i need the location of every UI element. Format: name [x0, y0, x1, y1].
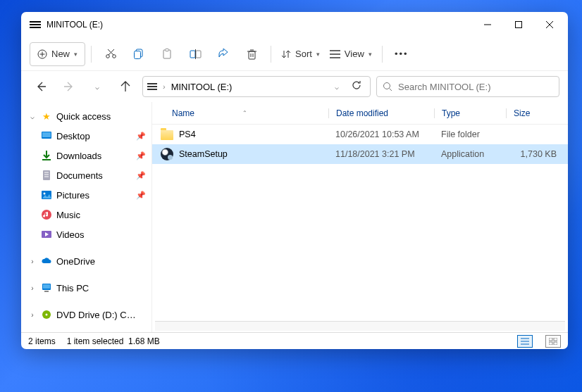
new-label: New	[51, 49, 70, 59]
svg-line-27	[390, 89, 392, 91]
close-button[interactable]	[534, 14, 565, 35]
column-name[interactable]: Name ⌃	[152, 108, 328, 118]
share-button[interactable]	[210, 42, 237, 66]
sidebar-item-desktop[interactable]: Desktop 📌	[21, 126, 151, 146]
refresh-button[interactable]	[347, 80, 366, 93]
sidebar-item-documents[interactable]: Documents 📌	[21, 165, 151, 185]
column-headers: Name ⌃ Date modified Type Size	[152, 102, 568, 125]
file-list: Name ⌃ Date modified Type Size PS4 10/26…	[152, 102, 568, 332]
view-icon	[330, 50, 340, 58]
view-button[interactable]: View ▾	[326, 42, 376, 66]
svg-rect-41	[44, 291, 49, 292]
chevron-down-icon: ▾	[316, 51, 320, 58]
copy-icon	[133, 49, 144, 60]
paste-button[interactable]	[154, 42, 180, 66]
chevron-right-icon: ›	[28, 311, 37, 319]
scissors-icon	[105, 48, 117, 60]
documents-icon	[41, 170, 52, 181]
copy-button[interactable]	[125, 42, 152, 66]
status-bar: 2 items 1 item selected 1.68 MB	[21, 332, 568, 349]
address-path: MINITOOL (E:)	[171, 82, 326, 92]
chevron-down-icon: ▾	[369, 51, 372, 58]
svg-rect-49	[549, 342, 552, 345]
file-row-folder[interactable]: PS4 10/26/2021 10:53 AM File folder	[152, 125, 568, 144]
chevron-down-icon[interactable]: ⌵	[332, 83, 342, 91]
more-button[interactable]: •••	[388, 42, 415, 66]
file-row-application[interactable]: SteamSetup 11/18/2021 3:21 PM Applicatio…	[152, 144, 568, 164]
column-type[interactable]: Type	[434, 108, 506, 118]
explorer-window: MINITOOL (E:) New ▾	[21, 12, 568, 349]
pictures-icon	[41, 189, 52, 201]
sidebar: ⌵ ★ Quick access Desktop 📌 Downloads 📌 D…	[21, 102, 152, 332]
search-input[interactable]	[398, 82, 553, 92]
toolbar: New ▾ Sort ▾ View ▾	[21, 37, 568, 71]
sidebar-item-music[interactable]: Music	[21, 205, 151, 225]
up-button[interactable]	[114, 75, 137, 98]
search-icon	[383, 82, 392, 91]
svg-rect-50	[554, 342, 557, 345]
folder-icon	[161, 130, 173, 140]
svg-line-10	[108, 49, 113, 55]
steam-icon	[161, 148, 173, 160]
svg-rect-12	[135, 51, 141, 58]
sort-indicator-icon: ⌃	[242, 110, 247, 116]
address-bar[interactable]: › MINITOOL (E:) ⌵	[142, 76, 371, 97]
svg-rect-15	[190, 51, 195, 58]
status-selection: 1 item selected 1.68 MB	[67, 336, 160, 346]
sidebar-item-quick-access[interactable]: ⌵ ★ Quick access	[21, 106, 151, 126]
rename-icon	[190, 49, 202, 60]
chevron-down-icon: ⌵	[28, 113, 37, 120]
content-area: ⌵ ★ Quick access Desktop 📌 Downloads 📌 D…	[21, 102, 568, 332]
pin-icon: 📌	[136, 132, 146, 141]
svg-rect-31	[43, 170, 50, 180]
share-icon	[218, 49, 229, 60]
svg-rect-47	[549, 338, 552, 341]
svg-rect-40	[43, 284, 50, 289]
videos-icon	[41, 229, 52, 240]
window-title: MINITOOL (E:)	[47, 20, 103, 30]
svg-point-7	[106, 55, 109, 58]
delete-button[interactable]	[238, 42, 265, 66]
svg-rect-14	[166, 49, 169, 51]
pin-icon: 📌	[136, 171, 146, 180]
cut-button[interactable]	[97, 42, 124, 66]
sort-icon	[281, 49, 291, 59]
svg-rect-48	[554, 338, 557, 341]
sidebar-item-videos[interactable]: Videos	[21, 225, 151, 244]
chevron-right-icon: ›	[28, 258, 37, 265]
search-box[interactable]	[376, 76, 559, 97]
details-view-button[interactable]	[517, 335, 533, 348]
star-icon: ★	[41, 110, 52, 122]
recent-button[interactable]: ⌵	[86, 75, 109, 98]
svg-point-36	[44, 193, 46, 195]
status-item-count: 2 items	[28, 336, 56, 346]
maximize-button[interactable]	[503, 14, 534, 35]
sort-button[interactable]: Sort ▾	[277, 42, 324, 66]
svg-rect-1	[516, 22, 522, 28]
sidebar-item-this-pc[interactable]: › This PC	[21, 278, 151, 298]
cloud-icon	[41, 255, 52, 267]
sidebar-item-downloads[interactable]: Downloads 📌	[21, 146, 151, 165]
address-bar-row: ⌵ › MINITOOL (E:) ⌵	[21, 71, 568, 102]
svg-rect-29	[42, 132, 51, 137]
thumbnails-view-button[interactable]	[545, 335, 561, 348]
sidebar-item-onedrive[interactable]: › OneDrive	[21, 251, 151, 271]
sidebar-item-pictures[interactable]: Pictures 📌	[21, 185, 151, 205]
minimize-button[interactable]	[472, 14, 503, 35]
sidebar-item-dvd[interactable]: › DVD Drive (D:) C…	[21, 305, 151, 324]
desktop-icon	[41, 130, 52, 141]
music-icon	[41, 209, 52, 220]
titlebar: MINITOOL (E:)	[21, 12, 568, 37]
forward-button[interactable]	[58, 75, 80, 98]
ellipsis-icon: •••	[395, 49, 409, 59]
back-button[interactable]	[30, 75, 52, 98]
chevron-down-icon: ⌵	[95, 83, 99, 91]
horizontal-scrollbar[interactable]	[155, 321, 565, 331]
view-label: View	[345, 49, 364, 59]
column-size[interactable]: Size	[506, 108, 568, 118]
column-date[interactable]: Date modified	[328, 108, 434, 118]
drive-icon	[30, 24, 41, 25]
rename-button[interactable]	[182, 42, 209, 66]
chevron-right-icon: ›	[28, 284, 37, 292]
new-button[interactable]: New ▾	[30, 42, 85, 66]
